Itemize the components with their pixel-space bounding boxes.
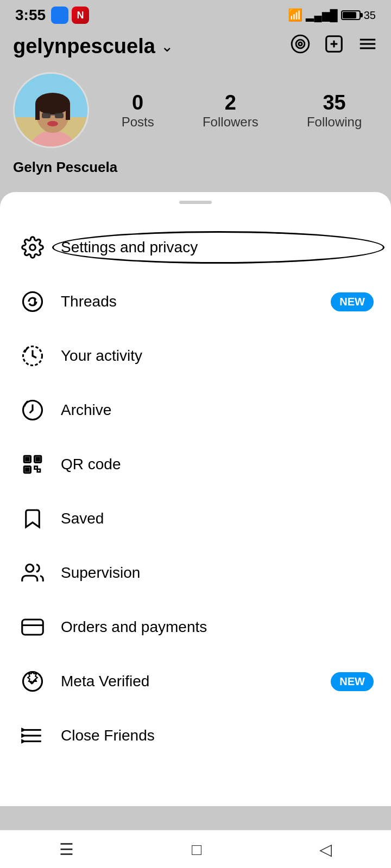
status-time: 3:55: [15, 7, 46, 24]
battery-percent: 35: [364, 9, 376, 22]
username: gelynpescuela: [13, 35, 155, 58]
svg-rect-13: [42, 113, 51, 118]
threads-header-icon[interactable]: [290, 34, 311, 59]
saved-label: Saved: [61, 510, 374, 527]
following-label: Following: [307, 114, 362, 129]
following-stat[interactable]: 35 Following: [307, 91, 362, 130]
qr-label: QR code: [61, 456, 374, 473]
bookmark-icon: [17, 503, 48, 534]
menu-item-qrcode[interactable]: QR code: [0, 437, 391, 492]
threads-new-badge: NEW: [331, 292, 374, 311]
svg-rect-12: [66, 104, 70, 120]
metaverified-new-badge: NEW: [331, 672, 374, 691]
top-bar: gelynpescuela ⌄: [13, 34, 378, 59]
threads-label: Threads: [61, 293, 331, 310]
netflix-icon: N: [72, 7, 89, 24]
svg-rect-23: [26, 458, 29, 461]
svg-point-17: [30, 245, 36, 251]
svg-rect-11: [35, 104, 40, 120]
svg-rect-27: [22, 620, 43, 635]
menu-item-closefriends[interactable]: Close Friends: [0, 709, 391, 763]
svg-point-26: [26, 564, 34, 572]
menu-item-archive[interactable]: Archive: [0, 383, 391, 437]
username-area[interactable]: gelynpescuela ⌄: [13, 35, 173, 58]
menu-item-activity[interactable]: Your activity: [0, 329, 391, 383]
archive-icon: [17, 395, 48, 425]
facebook-icon: [51, 7, 68, 24]
settings-text: Settings and privacy: [61, 239, 198, 256]
menu-item-settings[interactable]: Settings and privacy: [0, 220, 391, 275]
menu-item-supervision[interactable]: Supervision: [0, 546, 391, 600]
stats-area: 0 Posts 2 Followers 35 Following: [105, 91, 378, 130]
followers-label: Followers: [203, 114, 258, 129]
new-post-icon[interactable]: [324, 34, 344, 59]
menu-item-metaverified[interactable]: Meta Verified NEW: [0, 654, 391, 709]
svg-point-16: [47, 121, 58, 126]
following-count: 35: [307, 91, 362, 114]
posts-count: 0: [122, 91, 154, 114]
posts-stat[interactable]: 0 Posts: [122, 91, 154, 130]
closefriends-icon: [17, 720, 48, 751]
closefriends-label: Close Friends: [61, 727, 374, 744]
drag-handle[interactable]: [179, 201, 212, 204]
android-nav-bar: ☰ □ ◁: [0, 830, 391, 868]
profile-info: 0 Posts 2 Followers 35 Following: [13, 72, 378, 148]
battery-icon: [341, 10, 361, 20]
status-bar: 3:55 N 📶 ▂▄▆█ 35: [0, 0, 391, 28]
svg-marker-33: [22, 729, 24, 731]
menu-item-threads[interactable]: Threads NEW: [0, 275, 391, 329]
svg-marker-34: [22, 735, 24, 737]
menu-icon[interactable]: [357, 34, 378, 59]
settings-label: Settings and privacy: [61, 239, 374, 256]
avatar[interactable]: [13, 72, 89, 148]
qr-icon: [17, 449, 48, 480]
wifi-icon: 📶: [288, 8, 302, 22]
supervision-label: Supervision: [61, 564, 374, 582]
menu-item-orders[interactable]: Orders and payments: [0, 600, 391, 654]
nav-home-icon[interactable]: □: [192, 840, 201, 859]
menu-list: Settings and privacy Threads NEW: [0, 220, 391, 763]
svg-rect-25: [26, 468, 29, 471]
gear-icon: [17, 232, 48, 263]
card-icon: [17, 612, 48, 642]
activity-icon: [17, 341, 48, 371]
svg-rect-14: [55, 113, 64, 118]
verified-icon: [17, 666, 48, 697]
app-icons: N: [51, 7, 89, 24]
bottom-sheet: Settings and privacy Threads NEW: [0, 192, 391, 806]
activity-label: Your activity: [61, 347, 374, 365]
profile-header: gelynpescuela ⌄: [0, 28, 391, 192]
followers-count: 2: [203, 91, 258, 114]
display-name: Gelyn Pescuela: [13, 159, 378, 176]
svg-marker-35: [22, 741, 24, 743]
top-bar-actions: [290, 34, 378, 59]
dropdown-icon[interactable]: ⌄: [161, 37, 173, 55]
followers-stat[interactable]: 2 Followers: [203, 91, 258, 130]
posts-label: Posts: [122, 114, 154, 129]
supervision-icon: [17, 558, 48, 588]
signal-bars: ▂▄▆█: [306, 9, 337, 22]
orders-label: Orders and payments: [61, 618, 374, 636]
threads-icon: [17, 286, 48, 317]
archive-label: Archive: [61, 401, 374, 419]
nav-back-icon[interactable]: ◁: [319, 840, 332, 859]
svg-point-10: [35, 93, 70, 114]
signal-icons: 📶 ▂▄▆█ 35: [288, 8, 376, 22]
nav-menu-icon[interactable]: ☰: [59, 840, 74, 859]
menu-item-saved[interactable]: Saved: [0, 492, 391, 546]
metaverified-label: Meta Verified: [61, 673, 331, 690]
svg-rect-24: [36, 458, 39, 461]
